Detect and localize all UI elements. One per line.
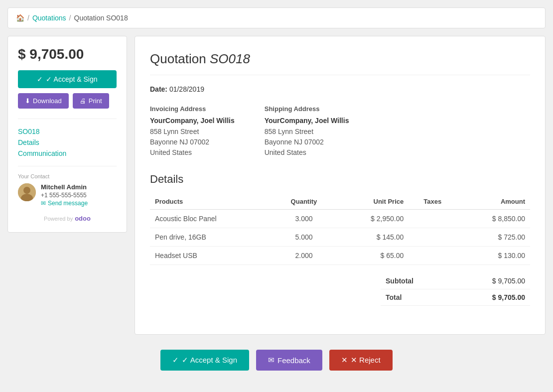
contact-phone: +1 555-555-5555 — [41, 192, 117, 199]
details-section: Details Products Quantity Unit Price Tax… — [150, 173, 530, 306]
bottom-reject-button[interactable]: ✕ ✕ Reject — [329, 350, 393, 371]
page-wrapper: 🏠 / Quotations / Quotation SO018 $ 9,705… — [0, 0, 553, 388]
shipping-address-heading: Shipping Address — [265, 105, 349, 113]
bottom-reject-label: ✕ Reject — [351, 356, 381, 365]
powered-by-text: Powered by — [44, 216, 73, 222]
download-icon: ⬇ — [25, 97, 30, 105]
accept-sign-label: ✓ Accept & Sign — [46, 75, 97, 83]
bottom-actions: ✓ ✓ Accept & Sign ✉ Feedback ✕ ✕ Reject — [7, 340, 546, 381]
invoicing-country: United States — [150, 147, 235, 158]
sidebar-actions: ⬇ Download 🖨 Print — [18, 93, 117, 109]
col-taxes: Taxes — [409, 194, 456, 210]
quotation-label: Quotation — [150, 51, 206, 66]
products-table: Products Quantity Unit Price Taxes Amoun… — [150, 194, 530, 265]
accept-sign-button[interactable]: ✓ ✓ Accept & Sign — [18, 70, 117, 88]
total-row: Total $ 9,705.00 — [381, 289, 530, 306]
date-label: Date: — [150, 85, 167, 93]
print-label: Print — [89, 97, 102, 105]
sidebar-nav-details[interactable]: Details — [18, 137, 117, 148]
breadcrumb-current: Quotation SO018 — [74, 14, 128, 22]
total-label: Total — [386, 293, 402, 301]
download-button[interactable]: ⬇ Download — [18, 93, 69, 109]
col-quantity: Quantity — [273, 194, 335, 210]
quotation-title: Quotation SO018 — [150, 51, 530, 75]
breadcrumb-home-icon[interactable]: 🏠 — [16, 14, 24, 22]
svg-point-1 — [23, 187, 30, 194]
sidebar-nav: SO018 Details Communication — [18, 119, 117, 159]
send-message-label: Send message — [48, 200, 88, 207]
bottom-check-icon: ✓ — [172, 356, 179, 365]
contact-info: Mitchell Admin +1 555-555-5555 ✉ Send me… — [18, 183, 117, 207]
quotation-number: SO018 — [210, 51, 250, 66]
product-name[interactable]: Acoustic Bloc Panel — [150, 210, 273, 228]
bottom-feedback-icon: ✉ — [268, 356, 275, 365]
print-button[interactable]: 🖨 Print — [73, 93, 109, 109]
print-icon: 🖨 — [80, 97, 86, 105]
subtotal-row: Subtotal $ 9,705.00 — [381, 273, 530, 289]
invoicing-address: Invoicing Address YourCompany, Joel Will… — [150, 105, 235, 158]
bottom-accept-sign-button[interactable]: ✓ ✓ Accept & Sign — [160, 350, 249, 371]
invoicing-street: 858 Lynn Street — [150, 127, 235, 137]
shipping-street: 858 Lynn Street — [265, 127, 349, 137]
date-line: Date: 01/28/2019 — [150, 85, 530, 93]
product-taxes — [409, 228, 456, 247]
odoo-logo: odoo — [75, 215, 91, 222]
powered-by: Powered by odoo — [18, 215, 117, 222]
product-unit-price: $ 65.00 — [335, 247, 409, 265]
download-label: Download — [33, 97, 62, 105]
product-quantity: 2.000 — [273, 247, 335, 265]
contact-label: Your Contact — [18, 173, 117, 179]
breadcrumb-sep1: / — [27, 14, 29, 22]
product-amount: $ 725.00 — [456, 228, 530, 247]
table-header-row: Products Quantity Unit Price Taxes Amoun… — [150, 194, 530, 210]
send-message-link[interactable]: ✉ Send message — [41, 200, 117, 207]
product-taxes — [409, 210, 456, 228]
shipping-company: YourCompany, Joel Willis — [265, 117, 349, 125]
table-row: Acoustic Bloc Panel 3.000 $ 2,950.00 $ 8… — [150, 210, 530, 228]
shipping-city: Bayonne NJ 07002 — [265, 137, 349, 147]
addresses: Invoicing Address YourCompany, Joel Will… — [150, 105, 530, 158]
sidebar: $ 9,705.00 ✓ ✓ Accept & Sign ⬇ Download … — [7, 36, 127, 233]
col-products: Products — [150, 194, 273, 210]
product-unit-price: $ 145.00 — [335, 228, 409, 247]
totals-table: Subtotal $ 9,705.00 Total $ 9,705.00 — [381, 273, 530, 306]
details-heading: Details — [150, 173, 530, 186]
product-taxes — [409, 247, 456, 265]
col-amount: Amount — [456, 194, 530, 210]
message-icon: ✉ — [41, 200, 46, 207]
shipping-address: Shipping Address YourCompany, Joel Willi… — [265, 105, 349, 158]
sidebar-nav-communication[interactable]: Communication — [18, 148, 117, 159]
avatar — [18, 183, 36, 201]
breadcrumb-quotations[interactable]: Quotations — [32, 14, 66, 22]
bottom-reject-icon: ✕ — [341, 356, 348, 365]
total-value: $ 9,705.00 — [492, 293, 525, 301]
product-quantity: 5.000 — [273, 228, 335, 247]
invoicing-city: Bayonne NJ 07002 — [150, 137, 235, 147]
bottom-accept-sign-label: ✓ Accept & Sign — [182, 356, 237, 365]
date-value: 01/28/2019 — [169, 85, 204, 93]
main-layout: $ 9,705.00 ✓ ✓ Accept & Sign ⬇ Download … — [7, 36, 546, 335]
check-icon: ✓ — [37, 75, 43, 83]
col-unit-price: Unit Price — [335, 194, 409, 210]
table-row: Pen drive, 16GB 5.000 $ 145.00 $ 725.00 — [150, 228, 530, 247]
contact-details: Mitchell Admin +1 555-555-5555 ✉ Send me… — [41, 183, 117, 207]
sidebar-amount: $ 9,705.00 — [18, 46, 117, 62]
product-quantity: 3.000 — [273, 210, 335, 228]
sidebar-nav-so018[interactable]: SO018 — [18, 126, 117, 137]
product-name[interactable]: Pen drive, 16GB — [150, 228, 273, 247]
product-amount: $ 8,850.00 — [456, 210, 530, 228]
product-name[interactable]: Headset USB — [150, 247, 273, 265]
breadcrumb-sep2: / — [69, 14, 71, 22]
bottom-feedback-button[interactable]: ✉ Feedback — [256, 350, 322, 371]
product-unit-price: $ 2,950.00 — [335, 210, 409, 228]
bottom-feedback-label: Feedback — [277, 356, 310, 365]
subtotal-value: $ 9,705.00 — [492, 277, 525, 285]
contact-name: Mitchell Admin — [41, 183, 117, 191]
breadcrumb: 🏠 / Quotations / Quotation SO018 — [7, 7, 546, 28]
shipping-country: United States — [265, 147, 349, 158]
content-panel: Quotation SO018 Date: 01/28/2019 Invoici… — [135, 36, 546, 335]
contact-section: Your Contact Mitchell Admin +1 555-555-5… — [18, 166, 117, 207]
table-row: Headset USB 2.000 $ 65.00 $ 130.00 — [150, 247, 530, 265]
product-amount: $ 130.00 — [456, 247, 530, 265]
totals-section: Subtotal $ 9,705.00 Total $ 9,705.00 — [150, 273, 530, 306]
